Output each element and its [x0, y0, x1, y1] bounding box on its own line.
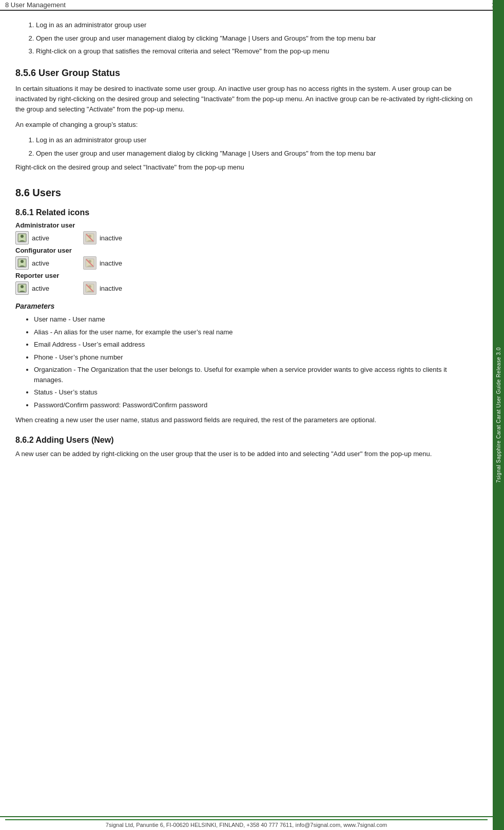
list-item: Open the user group and user management … — [36, 33, 477, 44]
section-861-heading: 8.6.1 Related icons — [15, 208, 477, 217]
inactive-label3: inactive — [100, 285, 122, 292]
footer-divider — [5, 819, 488, 820]
intro-list: Log in as an administrator group user Op… — [36, 20, 477, 56]
chapter-title: 8 User Management — [5, 1, 66, 9]
section-856-heading: 8.5.6 User Group Status — [15, 68, 477, 79]
admin-user-section: Administrator user active inactive — [15, 221, 477, 244]
section-856-para2: An example of changing a group’s status: — [15, 120, 477, 130]
section-862-para: A new user can be added by right-clickin… — [15, 449, 477, 459]
list-item: Phone - User’s phone number — [34, 352, 477, 363]
params-footer: When creating a new user the user name, … — [15, 415, 477, 425]
list-item: User name - User name — [34, 314, 477, 325]
list-item: Log in as an administrator group user — [36, 135, 477, 145]
section-856-subtext: Right-click on the desired group and sel… — [15, 162, 477, 173]
params-list: User name - User name Alias - An alias f… — [34, 314, 477, 410]
active-label: active — [32, 234, 49, 242]
params-heading: Parameters — [15, 302, 477, 310]
inactive-label2: inactive — [100, 259, 122, 267]
sidebar-label-text: 7signal Sapphire Carat Carat User Guide … — [496, 347, 501, 483]
list-item: Status - User’s status — [34, 387, 477, 398]
reporter-user-section: Reporter user active inactive — [15, 272, 477, 295]
list-item: Organization - The Organization that the… — [34, 365, 477, 385]
list-item: Password/Confirm password: Password/Conf… — [34, 400, 477, 410]
svg-point-1 — [21, 235, 24, 238]
admin-label: Administrator user — [15, 221, 75, 229]
admin-icon-row: active inactive — [15, 231, 477, 244]
list-item: Email Address - User’s email address — [34, 339, 477, 350]
section-862-heading: 8.6.2 Adding Users (New) — [15, 436, 477, 445]
config-active-icon — [15, 256, 29, 270]
config-inactive-icon — [83, 256, 96, 270]
section-86-heading: 8.6 Users — [15, 187, 477, 199]
admin-inactive-icon — [83, 231, 96, 244]
reporter-inactive-icon — [83, 281, 96, 295]
reporter-label: Reporter user — [15, 272, 59, 279]
config-user-section: Configurator user active inactive — [15, 247, 477, 270]
active-label2: active — [32, 259, 49, 267]
sidebar-label: 7signal Sapphire Carat Carat User Guide … — [493, 0, 504, 830]
reporter-active-icon — [15, 281, 29, 295]
footer-text: 7signal Ltd, Panuntie 6, FI-00620 HELSIN… — [5, 822, 488, 828]
list-item: Right-click on a group that satisfies th… — [36, 46, 477, 56]
config-icon-row: active inactive — [15, 256, 477, 270]
active-label3: active — [32, 285, 49, 292]
section-856-sublist: Log in as an administrator group user Op… — [36, 135, 477, 158]
admin-active-icon — [15, 231, 29, 244]
svg-point-11 — [21, 285, 24, 288]
svg-point-6 — [21, 260, 24, 263]
config-label: Configurator user — [15, 247, 72, 254]
list-item: Alias - An alias for the user name, for … — [34, 327, 477, 337]
list-item: Open the user group and user management … — [36, 148, 477, 159]
reporter-icon-row: active inactive — [15, 281, 477, 295]
footer: 7signal Ltd, Panuntie 6, FI-00620 HELSIN… — [0, 816, 493, 830]
top-bar: 8 User Management 16 — [0, 0, 504, 11]
list-item: Log in as an administrator group user — [36, 20, 477, 30]
section-856-para1: In certain situations it may be desired … — [15, 84, 477, 115]
main-content: Log in as an administrator group user Op… — [0, 11, 493, 495]
inactive-label: inactive — [100, 234, 122, 242]
